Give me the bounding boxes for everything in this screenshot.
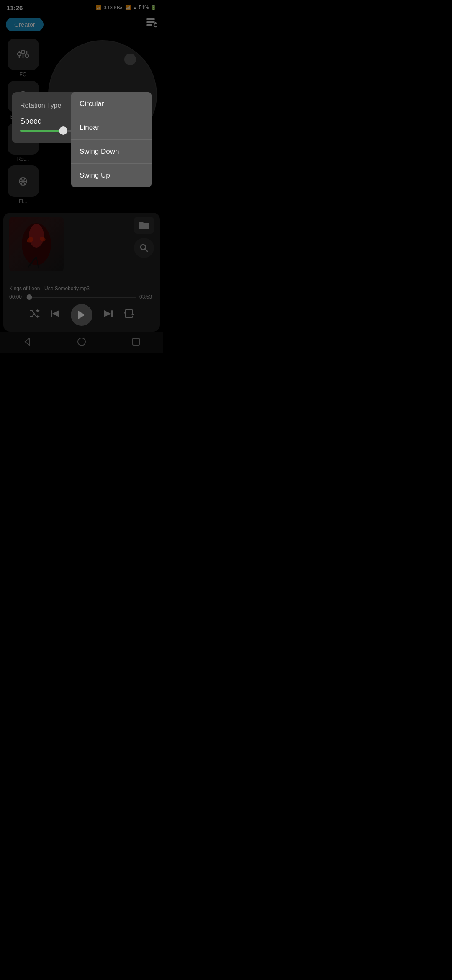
- rotation-dropdown: Circular Linear Swing Down Swing Up: [71, 92, 152, 187]
- dropdown-item-circular[interactable]: Circular: [71, 92, 152, 116]
- dropdown-item-swing-up[interactable]: Swing Up: [71, 164, 152, 187]
- slider-fill: [20, 130, 63, 132]
- dropdown-item-linear[interactable]: Linear: [71, 116, 152, 140]
- slider-thumb: [59, 126, 67, 135]
- dropdown-item-swing-down[interactable]: Swing Down: [71, 140, 152, 164]
- modal-title: Rotation Type: [20, 102, 61, 109]
